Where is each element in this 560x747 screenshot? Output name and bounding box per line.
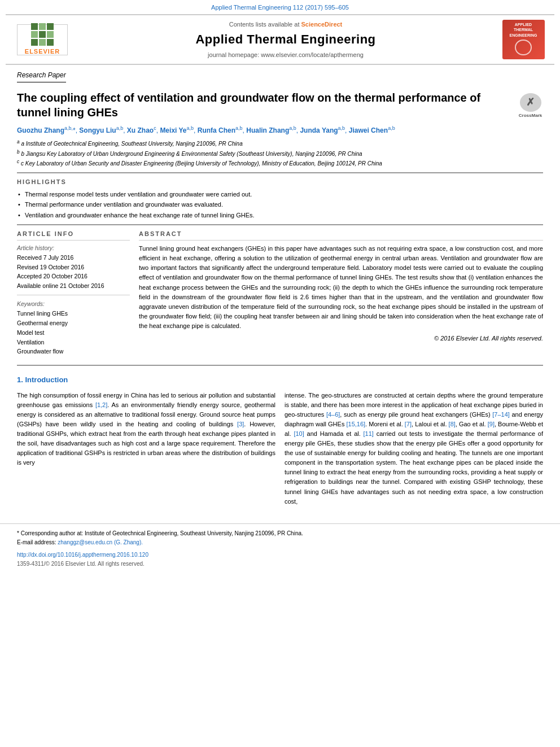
affiliation-b: b b Jiangsu Key Laboratory of Urban Unde… bbox=[17, 148, 543, 158]
intro-section-title: 1. Introduction bbox=[17, 375, 543, 385]
logo-box-7 bbox=[31, 39, 38, 46]
ref-7-14[interactable]: [7–14] bbox=[492, 411, 510, 418]
footer: * Corresponding author at: Institute of … bbox=[0, 523, 560, 573]
elsevier-wordmark: ELSEVIER bbox=[25, 47, 60, 56]
journal-citation: Applied Thermal Engineering 112 (2017) 5… bbox=[211, 4, 349, 11]
copyright: © 2016 Elsevier Ltd. All rights reserved… bbox=[139, 334, 543, 343]
keyword-3: Model test bbox=[17, 329, 130, 337]
crossmark[interactable]: ✗ CrossMark bbox=[518, 93, 543, 119]
ref-9[interactable]: [9] bbox=[488, 421, 495, 427]
ref-1-2[interactable]: [1,2] bbox=[95, 401, 107, 408]
accepted-date: Accepted 20 October 2016 bbox=[17, 272, 130, 281]
journal-header: ELSEVIER Contents lists available at Sci… bbox=[6, 14, 554, 65]
journal-logo-text: APPLIEDTHERMALENGINEERING bbox=[509, 22, 537, 37]
ref-3[interactable]: [3] bbox=[237, 421, 244, 427]
history-label: Article history: bbox=[17, 244, 130, 252]
abstract-col: ABSTRACT Tunnel lining ground heat excha… bbox=[139, 230, 543, 357]
footer-copyright: 1359-4311/© 2016 Elsevier Ltd. All right… bbox=[17, 560, 543, 568]
article-info-abstract-layout: ARTICLE INFO Article history: Received 7… bbox=[17, 230, 543, 357]
logo-box-2 bbox=[39, 23, 46, 30]
divider-keywords bbox=[17, 295, 130, 295]
elsevier-logo: ELSEVIER bbox=[17, 24, 68, 55]
crossmark-icon: ✗ bbox=[520, 93, 541, 112]
logo-box-1 bbox=[31, 23, 38, 30]
author-meixi-ye: Meixi Ye bbox=[160, 126, 186, 134]
authors-list: Guozhu Zhanga,b,*, Songyu Liua,b, Xu Zha… bbox=[17, 124, 543, 136]
research-paper-label: Research Paper bbox=[17, 71, 66, 82]
logo-box-9 bbox=[47, 39, 54, 46]
keywords-label: Keywords: bbox=[17, 300, 130, 308]
ref-8[interactable]: [8] bbox=[449, 421, 456, 427]
author-songyu-liu: Songyu Liu bbox=[79, 126, 116, 134]
keyword-5: Groundwater flow bbox=[17, 347, 130, 356]
logo-box-3 bbox=[47, 23, 54, 30]
intro-left-text: The high consumption of fossil energy in… bbox=[17, 391, 275, 468]
received-date: Received 7 July 2016 bbox=[17, 254, 130, 262]
journal-logo-right-area: APPLIEDTHERMALENGINEERING bbox=[498, 20, 549, 59]
divider-2 bbox=[17, 224, 543, 225]
article-history: Article history: Received 7 July 2016 Re… bbox=[17, 244, 130, 290]
highlight-item-3: Ventilation and groundwater enhance the … bbox=[17, 211, 543, 220]
sciencedirect-link[interactable]: ScienceDirect bbox=[301, 21, 343, 28]
highlight-item-1: Thermal response model tests under venti… bbox=[17, 190, 543, 199]
page: Applied Thermal Engineering 112 (2017) 5… bbox=[0, 0, 560, 747]
top-banner: Applied Thermal Engineering 112 (2017) 5… bbox=[0, 0, 560, 14]
journal-logo-swirl bbox=[515, 40, 532, 56]
author-junda-yang: Junda Yang bbox=[300, 126, 338, 134]
author-xu-zhao: Xu Zhao bbox=[127, 126, 154, 134]
ref-10[interactable]: [10] bbox=[294, 430, 304, 437]
ref-7[interactable]: [7] bbox=[405, 421, 412, 427]
main-content: Research Paper The coupling effect of ve… bbox=[0, 65, 560, 512]
available-date: Available online 21 October 2016 bbox=[17, 282, 130, 290]
divider-1 bbox=[17, 172, 543, 173]
intro-right-col: intense. The geo-structures are construc… bbox=[285, 391, 543, 506]
author-guozhu-zhang: Guozhu Zhang bbox=[17, 126, 64, 134]
highlights-label: HIGHLIGHTS bbox=[17, 178, 543, 186]
logo-box-8 bbox=[39, 39, 46, 46]
journal-header-center: Contents lists available at ScienceDirec… bbox=[73, 20, 498, 60]
article-info-label: ARTICLE INFO bbox=[17, 230, 130, 241]
journal-homepage: journal homepage: www.elsevier.com/locat… bbox=[79, 51, 492, 59]
journal-logo-image: APPLIEDTHERMALENGINEERING bbox=[502, 20, 545, 59]
keyword-1: Tunnel lining GHEs bbox=[17, 309, 130, 318]
introduction-section: 1. Introduction The high consumption of … bbox=[17, 375, 543, 506]
logo-boxes bbox=[31, 23, 54, 46]
logo-box-5 bbox=[39, 31, 46, 38]
ref-11[interactable]: [11] bbox=[364, 430, 374, 437]
footnote-star: * Corresponding author at: Institute of … bbox=[17, 530, 543, 538]
footnote-email: E-mail address: zhanggz@seu.edu.cn (G. Z… bbox=[17, 539, 543, 547]
doi-link[interactable]: http://dx.doi.org/10.1016/j.appthermeng.… bbox=[17, 552, 148, 558]
ref-4-6[interactable]: [4–6] bbox=[326, 411, 340, 418]
journal-title: Applied Thermal Engineering bbox=[79, 31, 492, 49]
intro-right-text: intense. The geo-structures are construc… bbox=[285, 391, 543, 506]
author-runfa-chen: Runfa Chen bbox=[198, 126, 235, 134]
author-jiawei-chen: Jiawei Chen bbox=[349, 126, 388, 134]
revised-date: Revised 19 October 2016 bbox=[17, 263, 130, 272]
author-hualin-zhang: Hualin Zhang bbox=[246, 126, 289, 134]
highlight-item-2: Thermal performance under ventilation an… bbox=[17, 200, 543, 209]
article-title: The coupling effect of ventilation and g… bbox=[17, 90, 543, 120]
affiliation-a: a a Institute of Geotechnical Engineerin… bbox=[17, 138, 543, 148]
intro-left-col: The high consumption of fossil energy in… bbox=[17, 391, 275, 506]
logo-box-4 bbox=[31, 31, 38, 38]
abstract-text: Tunnel lining ground heat exchangers (GH… bbox=[139, 244, 543, 330]
keyword-4: Ventilation bbox=[17, 338, 130, 347]
elsevier-logo-area: ELSEVIER bbox=[11, 24, 73, 55]
highlights-section: HIGHLIGHTS Thermal response model tests … bbox=[17, 178, 543, 220]
affiliation-c: c c Key Laboratory of Urban Security and… bbox=[17, 158, 543, 168]
divider-3 bbox=[17, 365, 543, 366]
logo-box-6 bbox=[47, 31, 54, 38]
contents-available-label: Contents lists available at ScienceDirec… bbox=[79, 20, 492, 29]
abstract-label: ABSTRACT bbox=[139, 230, 543, 241]
footnote-email-link[interactable]: zhanggz@seu.edu.cn (G. Zhang). bbox=[58, 539, 143, 545]
ref-15-16[interactable]: [15,16] bbox=[346, 421, 365, 427]
keyword-2: Geothermal energy bbox=[17, 319, 130, 327]
affiliations: a a Institute of Geotechnical Engineerin… bbox=[17, 138, 543, 168]
intro-two-col-layout: The high consumption of fossil energy in… bbox=[17, 391, 543, 506]
elsevier-logo-image: ELSEVIER bbox=[17, 24, 68, 55]
footer-links: http://dx.doi.org/10.1016/j.appthermeng.… bbox=[17, 550, 543, 560]
article-info-col: ARTICLE INFO Article history: Received 7… bbox=[17, 230, 130, 357]
crossmark-label: CrossMark bbox=[519, 113, 542, 119]
